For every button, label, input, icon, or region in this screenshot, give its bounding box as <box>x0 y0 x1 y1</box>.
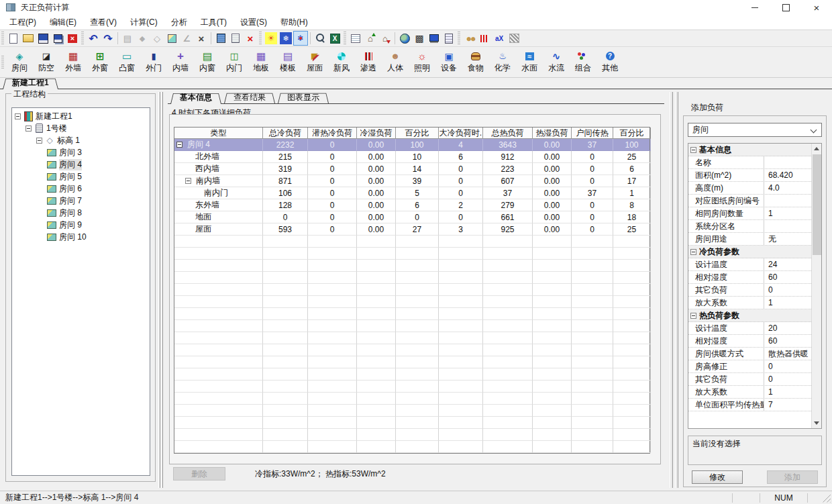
ax-text-button[interactable] <box>492 31 507 46</box>
menu-item-7[interactable]: 帮助(H) <box>274 15 315 30</box>
property-row[interactable]: 系统分区名 <box>688 220 811 233</box>
screen-button[interactable] <box>427 31 441 46</box>
airdefense-tool-button[interactable]: 防空 <box>33 48 60 77</box>
property-row[interactable]: 相对湿度60 <box>688 335 811 348</box>
property-value[interactable]: 7 <box>764 399 811 411</box>
room-tool-button[interactable]: 房间 <box>6 48 33 77</box>
menu-item-0[interactable]: 工程(P) <box>3 15 43 30</box>
property-row[interactable]: 单位面积平均传热量7 <box>688 399 811 411</box>
menu-item-3[interactable]: 计算(C) <box>123 15 164 30</box>
column-header[interactable]: 户间传热 <box>572 128 613 139</box>
property-row[interactable]: 放大系数1 <box>688 297 811 309</box>
tree-item-6[interactable]: 房间 6 <box>12 183 150 195</box>
column-header[interactable]: 大冷负荷时. <box>439 128 483 139</box>
section-expander-icon[interactable] <box>690 249 696 255</box>
left-splitter[interactable] <box>157 89 165 491</box>
int-wall-tool-button[interactable]: 内墙 <box>167 48 194 77</box>
minimize-button[interactable] <box>739 0 770 15</box>
column-header[interactable]: 热湿负荷 <box>533 128 572 139</box>
save-all-button[interactable] <box>50 31 65 46</box>
resize-grip[interactable] <box>821 493 831 503</box>
section-expander-icon[interactable] <box>690 147 696 153</box>
house-up-button[interactable] <box>363 31 378 46</box>
column-header[interactable]: 百分比 <box>396 128 439 139</box>
property-value[interactable] <box>764 195 811 207</box>
tab-图表显示[interactable]: 图表显示 <box>278 92 329 103</box>
tree-item-0[interactable]: 新建工程1 <box>12 110 150 122</box>
ext-door-tool-button[interactable]: 外门 <box>140 48 167 77</box>
int-door-tool-button[interactable]: 内门 <box>221 48 248 77</box>
property-value[interactable]: 散热器供暖 <box>764 348 811 360</box>
column-header[interactable]: 总冷负荷 <box>263 128 308 139</box>
close-button[interactable] <box>801 0 832 15</box>
property-row[interactable]: 房高修正0 <box>688 360 811 373</box>
calculator-button[interactable] <box>441 31 456 46</box>
chemical-tool-button[interactable]: 化学 <box>489 48 516 77</box>
property-value[interactable]: 60 <box>764 335 811 347</box>
scroll-up-icon[interactable] <box>814 147 819 150</box>
ext-wall-tool-button[interactable]: 外墙 <box>60 48 87 77</box>
floor-tool-button[interactable]: 地板 <box>248 48 274 77</box>
table-row[interactable]: 南内墙87100.003906070.00017 <box>174 175 649 187</box>
tab-查看结果[interactable]: 查看结果 <box>224 92 275 103</box>
equipment-tool-button[interactable]: 设备 <box>435 48 462 77</box>
ext-window-tool-button[interactable]: 外窗 <box>87 48 113 77</box>
brush-button[interactable] <box>135 31 150 46</box>
polyline-button[interactable] <box>179 31 194 46</box>
column-header[interactable]: 总热负荷 <box>483 128 533 139</box>
new-file-button[interactable] <box>6 31 21 46</box>
fresh-air-tool-button[interactable]: 新风 <box>328 48 355 77</box>
undo-button[interactable] <box>86 31 101 46</box>
delete-button[interactable]: 删除 <box>173 467 225 481</box>
people-button[interactable] <box>462 31 477 46</box>
menu-item-2[interactable]: 查看(V) <box>83 15 123 30</box>
hatch-button[interactable] <box>507 31 521 46</box>
open-folder-button[interactable] <box>21 31 36 46</box>
tree-item-8[interactable]: 房间 8 <box>12 207 150 219</box>
tree-expander-icon[interactable] <box>15 113 21 119</box>
table-row[interactable]: 地面000.00006610.00018 <box>174 211 649 223</box>
property-value[interactable] <box>764 220 811 232</box>
section-expander-icon[interactable] <box>690 313 696 319</box>
toolbar-gripper[interactable] <box>81 32 84 45</box>
tree-item-3[interactable]: 房间 3 <box>12 146 150 158</box>
add-button[interactable]: 添加 <box>767 470 818 484</box>
int-window-tool-button[interactable]: 内窗 <box>194 48 221 77</box>
tree-item-1[interactable]: 1号楼 <box>12 122 150 134</box>
sun-button[interactable] <box>264 31 278 46</box>
layers-button[interactable] <box>120 31 135 46</box>
toolbar-gripper[interactable] <box>1 56 4 69</box>
house-down-button[interactable] <box>378 31 393 46</box>
lighting-tool-button[interactable]: 照明 <box>409 48 435 77</box>
water-flow-tool-button[interactable]: 水流 <box>543 48 570 77</box>
human-tool-button[interactable]: 人体 <box>382 48 409 77</box>
bar-chart-button[interactable] <box>477 31 492 46</box>
table-row[interactable]: 西内墙31900.001402230.0006 <box>174 163 649 175</box>
row-expander-icon[interactable] <box>185 178 191 184</box>
toolbar-gripper[interactable] <box>458 32 460 45</box>
tab-基本信息[interactable]: 基本信息 <box>170 92 221 103</box>
workspace-tab[interactable]: 新建工程1 <box>3 77 58 89</box>
other-tool-button[interactable]: 其他 <box>596 48 623 77</box>
property-row[interactable]: 面积(m^2)68.420 <box>688 169 811 182</box>
globe-button[interactable] <box>397 31 412 46</box>
scroll-down-icon[interactable] <box>814 421 819 425</box>
property-value[interactable]: 1 <box>764 297 811 309</box>
excel-button[interactable] <box>327 31 342 46</box>
property-value[interactable]: 24 <box>764 258 811 270</box>
toolbar-gripper[interactable] <box>259 32 262 45</box>
tree-item-9[interactable]: 房间 9 <box>12 219 150 231</box>
property-value[interactable]: 60 <box>764 271 811 283</box>
property-value[interactable]: 4.0 <box>764 182 811 194</box>
row-expander-icon[interactable] <box>176 142 183 148</box>
menu-item-6[interactable]: 设置(S) <box>233 15 274 30</box>
property-row[interactable]: 设计温度20 <box>688 322 811 335</box>
column-header[interactable]: 类型 <box>174 128 263 139</box>
pattern-button[interactable] <box>412 31 427 46</box>
property-row[interactable]: 其它负荷0 <box>688 284 811 297</box>
property-row[interactable]: 名称 <box>688 156 811 169</box>
combination-tool-button[interactable]: 组合 <box>570 48 596 77</box>
table-row[interactable]: 东外墙12800.00622790.0008 <box>174 199 649 211</box>
column-header[interactable]: 潜热冷负荷 <box>308 128 357 139</box>
property-value[interactable]: 1 <box>764 207 811 219</box>
